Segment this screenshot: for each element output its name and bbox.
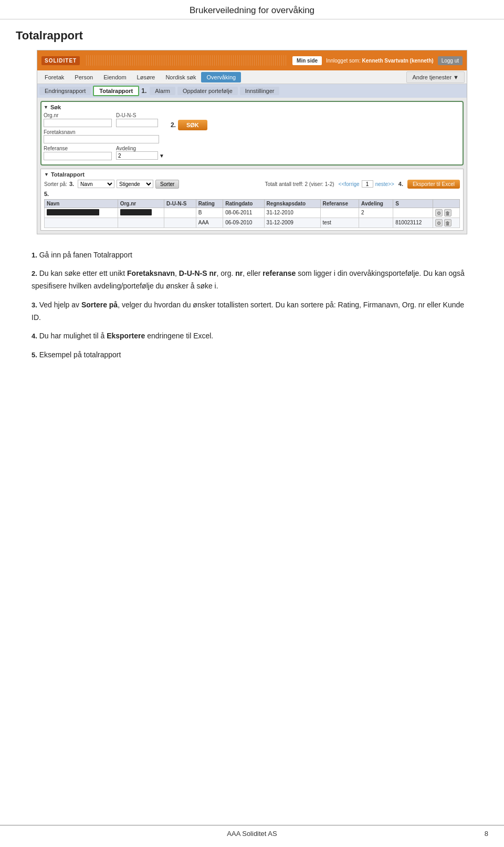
referanse-input[interactable] bbox=[44, 152, 112, 160]
nav-person[interactable]: Person bbox=[69, 72, 98, 82]
login-info: Innlogget som: Kenneth Svartvatn (kennet… bbox=[326, 58, 434, 64]
cell-avdeling-2 bbox=[359, 218, 393, 228]
orgnr-row: Org.nr D-U-N-S bbox=[44, 112, 164, 127]
sort-select[interactable]: Navn Rating Org.nr Firmanavn Kunde ID bbox=[78, 180, 114, 188]
waveform-decoration bbox=[86, 55, 286, 66]
col-navn: Navn bbox=[45, 199, 118, 208]
cell-icons-2: ⚙ 🗑 bbox=[433, 218, 459, 228]
top-bar: SOLIDITET Min side Innlogget som: Kennet… bbox=[37, 50, 467, 70]
cell-referanse-2: test bbox=[320, 218, 359, 228]
total-hits: Totalt antall treff: 2 (viser: 1-2) bbox=[265, 181, 334, 187]
nav-nordisk[interactable]: Nordisk søk bbox=[160, 72, 201, 82]
orgnr-input[interactable] bbox=[44, 119, 112, 127]
callout-2: 2. bbox=[171, 121, 176, 129]
foretaksnavn-label: Foretaksnavn bbox=[44, 129, 159, 135]
delete-icon-2[interactable]: 🗑 bbox=[444, 219, 452, 226]
cell-orgnr-1 bbox=[118, 208, 164, 218]
page-number-input[interactable] bbox=[362, 180, 373, 188]
col-s: S bbox=[393, 199, 433, 208]
sort-button[interactable]: Sorter bbox=[155, 180, 179, 189]
instruction-4: 4. Du har mulighet til å Eksportere endr… bbox=[32, 330, 472, 343]
avdeling-dropdown-icon[interactable]: ▼ bbox=[159, 153, 164, 159]
subnav-totalrapport[interactable]: Totalrapport bbox=[93, 86, 139, 96]
cell-referanse-1 bbox=[320, 208, 359, 218]
col-regnskapsdato: Regnskapsdato bbox=[264, 199, 320, 208]
instructions: 1. Gå inn på fanen Totalrapport 2. Du ka… bbox=[16, 249, 488, 362]
orgnr-label: Org.nr bbox=[44, 112, 112, 118]
cell-regnskapsdato-1: 31-12-2010 bbox=[264, 208, 320, 218]
col-actions bbox=[433, 199, 459, 208]
pagination: <<forrige neste>> bbox=[339, 180, 394, 188]
ui-mockup: SOLIDITET Min side Innlogget som: Kennet… bbox=[37, 50, 467, 234]
cell-duns-2 bbox=[164, 218, 196, 228]
callout-1: 1. bbox=[141, 87, 146, 95]
settings-icon-1[interactable]: ⚙ bbox=[435, 209, 443, 216]
cell-s-2: 810023112 bbox=[393, 218, 433, 228]
section-heading: Totalrapport bbox=[16, 29, 488, 43]
cell-navn-1 bbox=[45, 208, 118, 218]
subnav-innstillinger[interactable]: Innstillinger bbox=[240, 87, 280, 95]
table-row: AAA 06-09-2010 31-12-2009 test 810023112… bbox=[45, 218, 460, 228]
nav-overvaking[interactable]: Overvåking bbox=[201, 72, 241, 82]
col-avdeling: Avdeling bbox=[359, 199, 393, 208]
col-duns: D-U-N-S bbox=[164, 199, 196, 208]
search-section: Søk Org.nr D-U-N-S bbox=[40, 101, 464, 166]
cell-duns-1 bbox=[164, 208, 196, 218]
settings-icon-2[interactable]: ⚙ bbox=[435, 219, 443, 226]
instruction-2: 2. Du kan søke etter ett unikt Foretaksn… bbox=[32, 267, 472, 293]
prev-page[interactable]: <<forrige bbox=[339, 181, 360, 187]
cell-icons-1: ⚙ 🗑 bbox=[433, 208, 459, 218]
search-button[interactable]: SØK bbox=[178, 120, 207, 130]
nav-andre-tjenester[interactable]: Andre tjenester ▼ bbox=[406, 71, 465, 83]
avdeling-input[interactable] bbox=[116, 151, 158, 160]
subnav-endringsrapport[interactable]: Endringsrapport bbox=[39, 87, 91, 95]
page-title: Brukerveiledning for overvåking bbox=[0, 0, 504, 19]
cell-orgnr-2 bbox=[118, 218, 164, 228]
footer-page: 8 bbox=[485, 830, 488, 838]
col-rating: Rating bbox=[196, 199, 223, 208]
cell-avdeling-1: 2 bbox=[359, 208, 393, 218]
nav-foretak[interactable]: Foretak bbox=[39, 72, 69, 82]
cell-rating-2: AAA bbox=[196, 218, 223, 228]
sort-label: Sorter på: bbox=[44, 181, 67, 187]
callout-5-label: 5. bbox=[44, 191, 460, 197]
cell-ratingdato-2: 06-09-2010 bbox=[223, 218, 264, 228]
instruction-1: 1. Gå inn på fanen Totalrapport bbox=[32, 249, 472, 262]
logout-button[interactable]: Logg ut bbox=[438, 56, 463, 65]
cell-regnskapsdato-2: 31-12-2009 bbox=[264, 218, 320, 228]
instruction-3: 3. Ved hjelp av Sortere på, velger du hv… bbox=[32, 299, 472, 324]
sort-row: Sorter på: 3. Navn Rating Org.nr Firmana… bbox=[44, 180, 179, 189]
cell-rating-1: B bbox=[196, 208, 223, 218]
instruction-5: 5. Eksempel på totalrapport bbox=[32, 349, 472, 361]
nav-eiendom[interactable]: Eiendom bbox=[98, 72, 131, 82]
next-page[interactable]: neste>> bbox=[375, 181, 394, 187]
referanse-label: Referanse bbox=[44, 146, 112, 151]
table-row: B 08-06-2011 31-12-2010 2 ⚙ 🗑 bbox=[45, 208, 460, 218]
export-button[interactable]: Eksporter til Excel bbox=[407, 180, 460, 189]
col-ratingdato: Ratingdato bbox=[223, 199, 264, 208]
nav-losore[interactable]: Løsøre bbox=[132, 72, 161, 82]
delete-icon-1[interactable]: 🗑 bbox=[444, 209, 452, 216]
cell-s-1 bbox=[393, 208, 433, 218]
col-orgnr: Org.nr bbox=[118, 199, 164, 208]
duns-input[interactable] bbox=[116, 119, 158, 127]
cell-ratingdato-1: 08-06-2011 bbox=[223, 208, 264, 218]
foretaksnavn-row: Foretaksnavn bbox=[44, 129, 164, 144]
foretaksnavn-input[interactable] bbox=[44, 135, 159, 143]
col-referanse: Referanse bbox=[320, 199, 359, 208]
logo: SOLIDITET bbox=[41, 56, 80, 65]
subnav-alarm[interactable]: Alarm bbox=[150, 87, 175, 95]
result-table: Navn Org.nr D-U-N-S Rating Ratingdato Re… bbox=[44, 199, 460, 228]
top-bar-right: Min side Innlogget som: Kenneth Svartvat… bbox=[292, 56, 463, 65]
footer: AAA Soliditet AS bbox=[0, 825, 504, 838]
cell-navn-2 bbox=[45, 218, 118, 228]
sub-nav: Endringsrapport Totalrapport 1. Alarm Op… bbox=[37, 84, 467, 98]
subnav-oppdater[interactable]: Oppdater portefølje bbox=[177, 87, 238, 95]
callout-3: 3. bbox=[69, 181, 74, 187]
footer-company: AAA Soliditet AS bbox=[227, 830, 277, 838]
total-section: Totalrapport Sorter på: 3. Navn Rating O… bbox=[40, 169, 464, 231]
avdeling-label: Avdeling bbox=[116, 146, 164, 151]
min-side-button[interactable]: Min side bbox=[292, 56, 322, 65]
order-select[interactable]: Stigende Synkende bbox=[117, 180, 153, 188]
total-toolbar: Sorter på: 3. Navn Rating Org.nr Firmana… bbox=[44, 180, 460, 189]
